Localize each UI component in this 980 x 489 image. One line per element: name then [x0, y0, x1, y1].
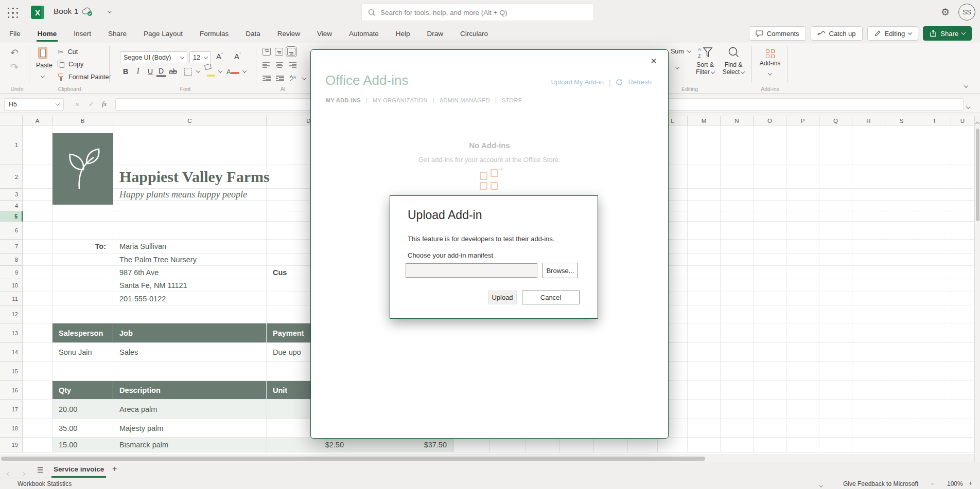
bold-button[interactable]: B: [119, 67, 132, 76]
zoom-level[interactable]: 100%: [947, 480, 963, 487]
ribbon-addins-button[interactable]: Add-ins: [756, 46, 784, 78]
column-header-U[interactable]: U: [951, 116, 974, 125]
fill-color-chevron-icon[interactable]: [218, 68, 222, 73]
cell-C3[interactable]: Happy plants means happy people: [113, 189, 267, 201]
manifest-path-input[interactable]: [406, 263, 537, 278]
redo-icon[interactable]: ↷: [10, 61, 19, 73]
column-header-Q[interactable]: Q: [819, 116, 852, 125]
menu-insert[interactable]: Insert: [73, 26, 92, 42]
align-left-button[interactable]: [262, 62, 270, 68]
column-header-M[interactable]: M: [688, 116, 721, 125]
save-status-cloud-icon[interactable]: [81, 6, 94, 20]
workbook-statistics-button[interactable]: Workbook Statistics: [18, 480, 72, 487]
cell-C10[interactable]: Santa Fe, NM 11121: [113, 279, 267, 292]
upload-my-addin-link[interactable]: Upload My Add-in: [551, 78, 604, 86]
borders-button[interactable]: [184, 68, 192, 76]
autosum-button[interactable]: Sum: [671, 48, 691, 55]
tab-store[interactable]: STORE: [502, 97, 522, 103]
column-header-B[interactable]: B: [52, 116, 113, 125]
column-header-T[interactable]: T: [918, 116, 951, 125]
all-sheets-menu-icon[interactable]: ☰: [37, 466, 44, 474]
feedback-link[interactable]: Give Feedback to Microsoft: [843, 480, 918, 487]
align-right-button[interactable]: [289, 62, 296, 68]
cell-C19[interactable]: Bismarck palm: [113, 438, 267, 452]
collapse-ribbon-chevron-icon[interactable]: [965, 81, 968, 90]
align-bottom-button[interactable]: [287, 48, 295, 56]
row-header-6[interactable]: 6: [0, 222, 23, 240]
horizontal-scrollbar-thumb[interactable]: [1, 457, 705, 461]
cell-C16[interactable]: Description: [113, 381, 267, 400]
cut-button[interactable]: ✂ Cut: [58, 48, 78, 56]
select-all-corner[interactable]: [0, 116, 23, 125]
align-top-button[interactable]: [262, 48, 271, 56]
cell-C11[interactable]: 201-555-0122: [113, 292, 267, 305]
tab-admin-managed[interactable]: ADMIN MANAGED: [440, 97, 490, 103]
cell-C8[interactable]: The Palm Tree Nursery: [113, 253, 267, 266]
column-header-S[interactable]: S: [885, 116, 918, 125]
editing-mode-button[interactable]: Editing: [867, 26, 919, 41]
italic-button[interactable]: I: [132, 67, 144, 76]
tab-my-organization[interactable]: MY ORGANIZATION: [373, 97, 428, 103]
row-header-18[interactable]: 18: [0, 419, 23, 438]
menu-home[interactable]: Home: [37, 26, 58, 42]
double-underline-button[interactable]: D: [156, 67, 166, 77]
row-header-11[interactable]: 11: [0, 292, 23, 305]
vertical-scrollbar[interactable]: [974, 116, 980, 462]
menu-page-layout[interactable]: Page Layout: [143, 26, 184, 42]
row-header-3[interactable]: 3: [0, 189, 23, 201]
cell-B16[interactable]: Qty: [52, 381, 113, 400]
row-header-10[interactable]: 10: [0, 279, 23, 292]
refresh-icon[interactable]: [616, 79, 623, 86]
cell-C14[interactable]: Sales: [113, 343, 267, 362]
column-header-A[interactable]: A: [23, 116, 52, 125]
borders-chevron-icon[interactable]: [196, 68, 200, 73]
search-input[interactable]: Search for tools, help, and more (Alt + …: [361, 4, 594, 21]
text-orientation-button[interactable]: [289, 75, 297, 82]
refresh-link[interactable]: Refresh: [628, 78, 652, 86]
shrink-font-button[interactable]: Aˇ: [234, 52, 241, 61]
menu-data[interactable]: Data: [244, 26, 261, 42]
cell-D19[interactable]: $2.50: [267, 438, 351, 452]
horizontal-scrollbar[interactable]: [0, 455, 974, 462]
catch-up-button[interactable]: Catch up: [811, 26, 863, 41]
cell-B19[interactable]: 15.00: [52, 438, 113, 452]
title-dropdown-chevron-icon[interactable]: [108, 9, 112, 13]
account-avatar[interactable]: SS: [958, 4, 975, 21]
menu-review[interactable]: Review: [276, 26, 301, 42]
upload-button[interactable]: Upload: [488, 291, 517, 304]
row-header-15[interactable]: 15: [0, 362, 23, 381]
insert-function-icon[interactable]: fx: [102, 100, 107, 108]
paste-button[interactable]: Paste: [36, 47, 49, 80]
orientation-chevron-icon[interactable]: [302, 76, 306, 80]
strikethrough-button[interactable]: ab: [166, 67, 180, 76]
cell-C13[interactable]: Job: [113, 323, 267, 343]
name-box[interactable]: H5: [4, 98, 64, 111]
sort-filter-button[interactable]: AZ Sort & Filter: [693, 46, 717, 76]
column-header-O[interactable]: O: [754, 116, 786, 125]
column-header-C[interactable]: C: [113, 116, 267, 125]
dialog-close-icon[interactable]: ×: [651, 55, 657, 67]
menu-draw[interactable]: Draw: [426, 26, 445, 42]
format-painter-button[interactable]: Format Painter: [58, 74, 111, 81]
status-chevron-icon[interactable]: [819, 483, 823, 487]
column-header-P[interactable]: P: [786, 116, 819, 125]
column-header-R[interactable]: R: [852, 116, 885, 125]
row-header-17[interactable]: 17: [0, 400, 23, 419]
app-launcher-icon[interactable]: [7, 7, 19, 19]
font-color-chevron-icon[interactable]: [242, 68, 246, 73]
add-sheet-icon[interactable]: +: [112, 464, 117, 474]
cell-C2[interactable]: Happiest Valley Farms: [113, 165, 267, 189]
menu-view[interactable]: View: [316, 26, 333, 42]
font-size-select[interactable]: 12: [189, 51, 211, 63]
cell-C17[interactable]: Areca palm: [113, 400, 267, 419]
menu-formulas[interactable]: Formulas: [199, 26, 230, 42]
increase-indent-button[interactable]: [276, 76, 284, 82]
cell-C9[interactable]: 987 6th Ave: [113, 266, 267, 279]
zoom-out-icon[interactable]: −: [931, 480, 934, 487]
sheet-tab-service-invoice[interactable]: Service invoice: [51, 462, 106, 478]
next-sheet-icon[interactable]: [21, 472, 25, 476]
row-header-14[interactable]: 14: [0, 343, 23, 362]
row-header-13[interactable]: 13: [0, 323, 23, 343]
expand-formula-bar-chevron-icon[interactable]: [967, 102, 970, 111]
row-header-8[interactable]: 8: [0, 253, 23, 266]
